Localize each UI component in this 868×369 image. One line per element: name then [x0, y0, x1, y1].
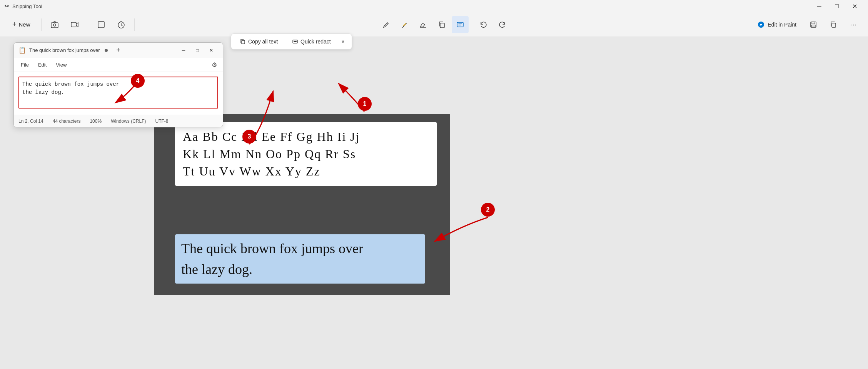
app-title: Snipping Tool	[12, 3, 42, 9]
new-plus-icon: +	[12, 20, 17, 28]
notepad-close-button[interactable]: ✕	[204, 45, 218, 56]
toolbar-separator-3	[134, 18, 135, 31]
main-toolbar: + New	[0, 12, 868, 37]
notepad-unsaved-dot	[105, 49, 108, 52]
video-button[interactable]	[66, 16, 83, 33]
copy-button[interactable]	[433, 16, 450, 33]
more-options-button[interactable]: ⋯	[845, 16, 862, 33]
toolbar-right: Edit in Paint ⋯	[752, 16, 862, 33]
copy2-button[interactable]	[825, 16, 842, 33]
notepad-menubar: File Edit View ⚙	[14, 58, 223, 72]
ocr-button[interactable]	[452, 16, 469, 33]
notepad-content	[14, 72, 223, 115]
redo-button[interactable]	[494, 16, 511, 33]
notepad-window: 📋 The quick brown fox jumps over + ─ □ ✕…	[13, 42, 223, 127]
notepad-settings-button[interactable]: ⚙	[209, 60, 220, 70]
notepad-cursor-position: Ln 2, Col 14	[18, 119, 43, 124]
shape-button[interactable]	[93, 16, 110, 33]
action-divider	[285, 37, 285, 46]
quick-redact-label: Quick redact	[300, 38, 331, 45]
window-controls: ─ □ ✕	[810, 0, 863, 12]
notepad-maximize-button[interactable]: □	[190, 45, 204, 56]
alphabet-line-3: Tt Uu Vv Ww Xx Yy Zz	[183, 163, 429, 180]
maximize-button[interactable]: □	[828, 0, 846, 12]
toolbar-separator-4	[472, 18, 472, 31]
notepad-add-tab-button[interactable]: +	[114, 46, 123, 55]
timer-button[interactable]	[113, 16, 130, 33]
notepad-tab-label: The quick brown fox jumps over	[29, 47, 100, 53]
notepad-encoding: UTF-8	[155, 119, 168, 124]
svg-rect-12	[242, 40, 245, 44]
alphabet-line-1: Aa Bb Cc Dd Ee Ff Gg Hh Ii Jj	[183, 128, 429, 145]
highlighter-button[interactable]	[396, 16, 413, 33]
edit-paint-button[interactable]: Edit in Paint	[752, 19, 802, 30]
notepad-character-count: 44 characters	[53, 119, 81, 124]
notepad-titlebar: 📋 The quick brown fox jumps over + ─ □ ✕	[14, 43, 223, 58]
annotation-circle-3: 3	[242, 130, 256, 144]
svg-rect-0	[51, 23, 58, 28]
svg-point-1	[53, 24, 56, 26]
eraser-button[interactable]	[415, 16, 432, 33]
svg-rect-6	[457, 22, 463, 27]
annotation-circle-1: 1	[358, 97, 372, 111]
highlighted-text-card: The quick brown fox jumps over the lazy …	[175, 234, 425, 284]
notepad-statusbar: Ln 2, Col 14 44 characters 100% Windows …	[14, 115, 223, 127]
pen-tool-button[interactable]	[378, 16, 395, 33]
svg-rect-5	[440, 23, 444, 28]
chevron-down-icon: ∨	[341, 39, 345, 44]
notepad-line-endings: Windows (CRLF)	[111, 119, 146, 124]
app-icon: ✂	[5, 3, 9, 9]
copy-all-text-label: Copy all text	[248, 38, 278, 45]
action-chevron-button[interactable]: ∨	[338, 36, 349, 47]
save-button[interactable]	[805, 16, 822, 33]
new-button[interactable]: + New	[6, 18, 37, 31]
more-options-icon: ⋯	[850, 20, 857, 29]
toolbar-separator-1	[41, 18, 42, 31]
alphabet-card: Aa Bb Cc Dd Ee Ff Gg Hh Ii Jj Kk Ll Mm N…	[175, 122, 437, 186]
notepad-window-controls: ─ □ ✕	[177, 45, 218, 56]
alphabet-line-2: Kk Ll Mm Nn Oo Pp Qq Rr Ss	[183, 145, 429, 163]
highlighted-text-line-2: the lazy dog.	[181, 259, 419, 280]
toolbar-separator-2	[88, 18, 88, 31]
image-container: Aa Bb Cc Dd Ee Ff Gg Hh Ii Jj Kk Ll Mm N…	[154, 114, 450, 295]
annotation-circle-4: 4	[131, 74, 145, 88]
quick-redact-button[interactable]: Quick redact	[287, 36, 336, 47]
new-button-label: New	[19, 21, 30, 28]
notepad-file-menu[interactable]: File	[17, 60, 33, 69]
notepad-minimize-button[interactable]: ─	[177, 45, 190, 56]
action-toolbar: Copy all text Quick redact ∨	[231, 33, 352, 50]
title-bar: ✂ Snipping Tool ─ □ ✕	[0, 0, 868, 12]
svg-rect-11	[832, 23, 836, 27]
highlighted-text-line-1: The quick brown fox jumps over	[181, 238, 419, 259]
notepad-tab-icon: 📋	[18, 47, 26, 54]
minimize-button[interactable]: ─	[810, 0, 828, 12]
notepad-view-menu[interactable]: View	[52, 60, 70, 69]
edit-paint-label: Edit in Paint	[768, 22, 796, 28]
copy-all-text-button[interactable]: Copy all text	[234, 36, 283, 47]
close-button[interactable]: ✕	[846, 0, 863, 12]
notepad-edit-menu[interactable]: Edit	[34, 60, 50, 69]
undo-button[interactable]	[475, 16, 492, 33]
svg-rect-10	[811, 25, 815, 27]
svg-rect-2	[71, 22, 76, 27]
notepad-textarea[interactable]	[18, 77, 218, 109]
notepad-zoom-level: 100%	[90, 119, 102, 124]
annotation-circle-2: 2	[481, 203, 495, 217]
camera-button[interactable]	[46, 16, 63, 33]
